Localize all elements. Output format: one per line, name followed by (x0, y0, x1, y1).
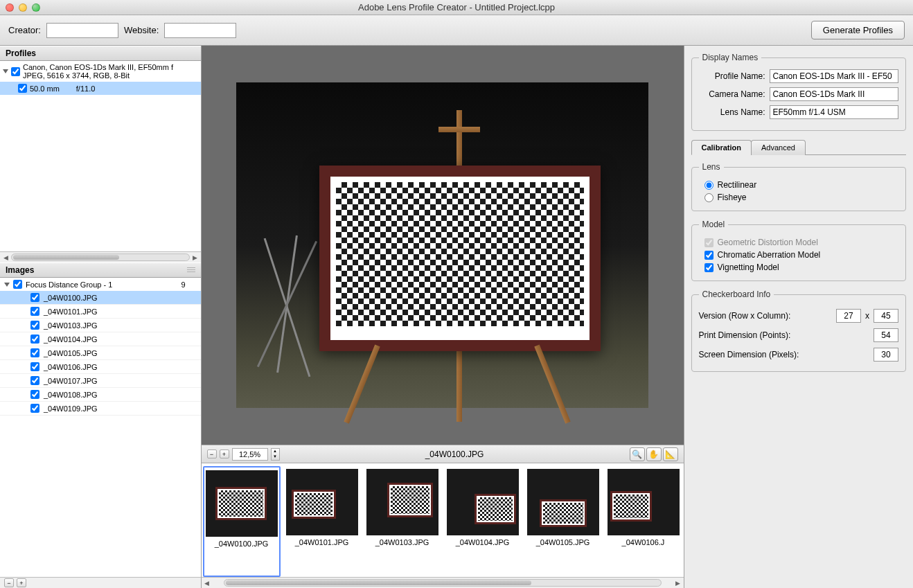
x-separator: x (861, 311, 874, 321)
image-row-checkbox[interactable] (30, 348, 39, 357)
profile-root-line1: Canon, Canon EOS-1Ds Mark III, EF50mm f (23, 63, 173, 71)
profile-child-row[interactable]: 50.0 mm f/11.0 (0, 82, 201, 95)
hand-tool-icon[interactable]: ✋ (646, 447, 662, 461)
image-row-checkbox[interactable] (30, 390, 39, 399)
image-row-filename: _04W0109.JPG (44, 404, 98, 413)
image-row[interactable]: _04W0109.JPG (0, 402, 201, 416)
magnifier-tool-icon[interactable]: 🔍 (630, 447, 645, 461)
rectilinear-radio[interactable] (704, 181, 713, 190)
camera-name-label: Camera Name: (699, 89, 765, 99)
print-dim-label: Print Dimension (Points): (699, 330, 874, 340)
image-row-checkbox[interactable] (30, 362, 39, 371)
thumbstrip-scroll[interactable]: ◀ ▶ (202, 577, 684, 588)
zoom-stepper[interactable]: ▲▼ (271, 448, 280, 461)
image-row[interactable]: _04W0103.JPG (0, 319, 201, 332)
image-row-checkbox[interactable] (30, 376, 39, 385)
thumbnail-label: _04W0103.JPG (375, 535, 429, 549)
images-group-count: 9 (181, 280, 196, 289)
thumbnail-image (447, 469, 519, 535)
version-cols-input[interactable] (874, 309, 898, 323)
rectilinear-label: Rectilinear (718, 180, 757, 190)
thumbnail[interactable]: _04W0100.JPG (203, 466, 281, 577)
profiles-hscroll[interactable]: ◀ ▶ (0, 251, 201, 262)
zoom-out-icon[interactable]: − (4, 578, 14, 587)
image-row-filename: _04W0100.JPG (44, 294, 98, 302)
scroll-right-icon[interactable]: ▶ (190, 253, 201, 262)
center-panel: − + ▲▼ _04W0100.JPG 🔍 ✋ 📐 _04W0100.JPG _… (202, 46, 684, 588)
zoom-out-button[interactable]: − (207, 449, 217, 458)
thumbnail-label: _04W0104.JPG (456, 535, 510, 549)
tab-advanced[interactable]: Advanced (751, 140, 806, 155)
creator-label: Creator: (8, 25, 41, 35)
disclosure-triangle-icon[interactable] (4, 283, 10, 287)
preview-toolbar: − + ▲▼ _04W0100.JPG 🔍 ✋ 📐 (202, 445, 684, 463)
thumbnail-label: _04W0106.J (622, 535, 665, 549)
fisheye-radio[interactable] (704, 193, 713, 202)
profile-root-row[interactable]: Canon, Canon EOS-1Ds Mark III, EF50mm f … (0, 61, 201, 82)
website-label: Website: (124, 25, 159, 35)
images-group-row[interactable]: Focus Distance Group - 1 9 (0, 278, 201, 291)
lens-legend: Lens (699, 162, 724, 172)
thumbnail-label: _04W0100.JPG (215, 537, 269, 551)
image-row[interactable]: _04W0104.JPG (0, 332, 201, 346)
print-dim-input[interactable] (874, 328, 898, 342)
zoom-in-button[interactable]: + (220, 449, 229, 458)
toolbar: Creator: Website: Generate Profiles (0, 15, 913, 46)
scroll-left-icon[interactable]: ◀ (0, 253, 11, 262)
image-row[interactable]: _04W0105.JPG (0, 346, 201, 360)
images-group-checkbox[interactable] (13, 280, 22, 289)
profile-child-checkbox[interactable] (18, 84, 27, 93)
version-rows-input[interactable] (836, 309, 861, 323)
chromatic-checkbox[interactable] (704, 251, 713, 260)
profile-root-line2: JPEG, 5616 x 3744, RGB, 8-Bit (23, 71, 173, 80)
lens-name-label: Lens Name: (699, 107, 765, 117)
image-row-checkbox[interactable] (30, 335, 39, 344)
image-row-checkbox[interactable] (30, 307, 39, 316)
close-window-button[interactable] (6, 3, 14, 12)
vignetting-label: Vignetting Model (718, 262, 779, 272)
zoom-window-button[interactable] (32, 3, 40, 12)
image-row[interactable]: _04W0100.JPG (0, 291, 201, 305)
thumbnail-strip[interactable]: _04W0100.JPG _04W0101.JPG _04W0103.JPG _… (202, 463, 684, 577)
geometric-checkbox (704, 238, 713, 247)
website-input[interactable] (164, 23, 236, 38)
ruler-tool-icon[interactable]: 📐 (663, 447, 678, 461)
lens-name-input[interactable] (770, 105, 899, 119)
image-row[interactable]: _04W0106.JPG (0, 360, 201, 374)
image-row-checkbox[interactable] (30, 321, 39, 330)
zoom-in-icon[interactable]: + (17, 578, 26, 587)
profile-name-input[interactable] (770, 69, 899, 83)
image-row-filename: _04W0106.JPG (44, 363, 98, 371)
image-row[interactable]: _04W0101.JPG (0, 305, 201, 319)
titlebar: Adobe Lens Profile Creator - Untitled Pr… (0, 0, 913, 15)
profiles-tree[interactable]: Canon, Canon EOS-1Ds Mark III, EF50mm f … (0, 61, 201, 251)
preview-area[interactable] (202, 46, 684, 445)
tab-calibration[interactable]: Calibration (691, 140, 752, 155)
vignetting-checkbox[interactable] (704, 263, 713, 272)
images-list[interactable]: Focus Distance Group - 1 9 _04W0100.JPG … (0, 278, 201, 577)
image-row-filename: _04W0105.JPG (44, 349, 98, 357)
version-label: Version (Row x Column): (699, 311, 837, 321)
disclosure-triangle-icon[interactable] (3, 69, 8, 73)
thumbnail[interactable]: _04W0105.JPG (524, 466, 602, 577)
thumbnail[interactable]: _04W0101.JPG (283, 466, 361, 577)
thumbnail[interactable]: _04W0104.JPG (444, 466, 522, 577)
thumbnail-image (527, 469, 599, 535)
image-row[interactable]: _04W0107.JPG (0, 374, 201, 388)
image-row[interactable]: _04W0108.JPG (0, 388, 201, 402)
profile-root-checkbox[interactable] (11, 67, 20, 76)
minimize-window-button[interactable] (19, 3, 27, 12)
image-row-checkbox[interactable] (30, 404, 39, 413)
camera-name-input[interactable] (770, 87, 899, 101)
panel-grip-icon[interactable] (187, 267, 195, 273)
profile-child-focal: 50.0 mm (30, 84, 60, 93)
zoom-value-input[interactable] (232, 448, 268, 461)
chromatic-label: Chromatic Aberration Model (718, 250, 821, 260)
image-row-checkbox[interactable] (30, 293, 39, 302)
generate-profiles-button[interactable]: Generate Profiles (811, 21, 905, 39)
thumbnail[interactable]: _04W0106.J (605, 466, 682, 577)
creator-input[interactable] (46, 23, 118, 38)
screen-dim-input[interactable] (874, 348, 898, 362)
thumbnail[interactable]: _04W0103.JPG (364, 466, 441, 577)
thumbnail-image (286, 469, 358, 535)
